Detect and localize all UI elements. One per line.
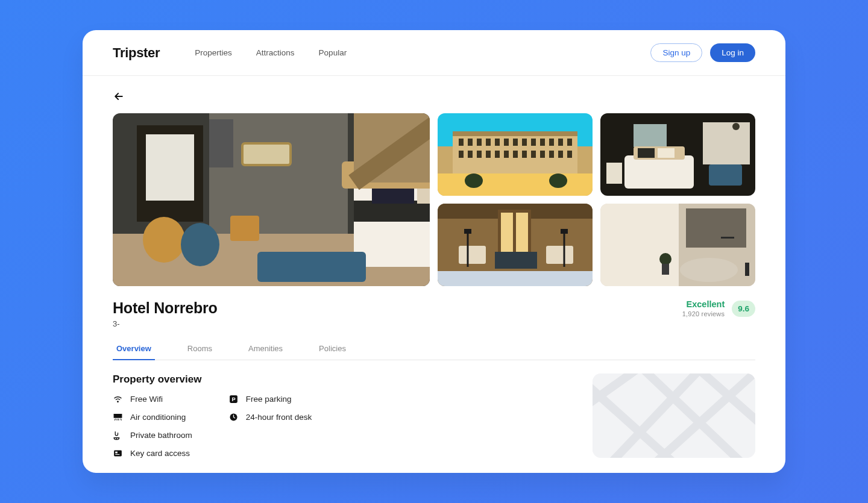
svg-rect-80 — [745, 263, 749, 276]
svg-rect-50 — [703, 122, 750, 164]
keycard-icon — [113, 448, 123, 458]
svg-rect-77 — [721, 237, 734, 239]
svg-rect-62 — [501, 213, 513, 252]
svg-rect-6 — [354, 201, 430, 222]
tab-rooms[interactable]: Rooms — [184, 344, 216, 360]
svg-rect-39 — [513, 151, 518, 158]
svg-rect-51 — [634, 124, 667, 147]
svg-rect-14 — [242, 143, 291, 165]
svg-rect-22 — [477, 139, 482, 146]
gallery-photo-main[interactable] — [113, 113, 430, 286]
amenity-label: 24-hour front desk — [246, 413, 312, 422]
svg-rect-31 — [558, 139, 563, 146]
tab-amenities[interactable]: Amenities — [245, 344, 286, 360]
tab-policies[interactable]: Policies — [315, 344, 350, 360]
amenity-label: Private bathroom — [130, 431, 192, 440]
svg-rect-65 — [546, 246, 573, 264]
svg-rect-37 — [495, 151, 500, 158]
svg-rect-71 — [561, 229, 568, 234]
parking-icon: P — [228, 394, 239, 404]
svg-rect-81 — [114, 451, 122, 457]
login-button[interactable]: Log in — [710, 43, 755, 62]
svg-rect-33 — [459, 151, 464, 158]
svg-point-12 — [181, 223, 219, 266]
svg-rect-46 — [438, 173, 593, 196]
svg-rect-56 — [606, 163, 622, 184]
main-nav: Properties Attractions Popular — [195, 48, 347, 57]
svg-rect-44 — [558, 151, 563, 158]
svg-rect-25 — [504, 139, 509, 146]
svg-rect-10 — [257, 252, 366, 282]
header: Tripster Properties Attractions Popular … — [83, 30, 785, 76]
amenity-label: Key card access — [130, 449, 190, 458]
svg-rect-4 — [146, 134, 194, 201]
photo-gallery — [113, 113, 755, 286]
svg-rect-28 — [531, 139, 536, 146]
amenity-ac: Air conditioning — [113, 412, 192, 422]
svg-rect-67 — [438, 271, 593, 286]
arrow-left-icon — [113, 90, 125, 102]
signup-button[interactable]: Sign up — [650, 43, 702, 62]
svg-rect-70 — [464, 229, 471, 234]
amenity-label: Free parking — [246, 395, 292, 404]
svg-rect-64 — [459, 246, 486, 264]
wifi-icon — [113, 394, 123, 404]
detail-tabs: Overview Rooms Amenities Policies — [113, 344, 755, 360]
svg-point-47 — [465, 173, 483, 188]
amenity-keycard: Key card access — [113, 448, 192, 458]
svg-rect-54 — [638, 148, 655, 158]
svg-rect-19 — [453, 131, 577, 136]
title-row: Hotel Norrebro 3- Excellent 1,920 review… — [113, 299, 755, 328]
back-button[interactable] — [113, 90, 125, 102]
gallery-photo-lobby[interactable] — [438, 204, 593, 286]
svg-rect-23 — [486, 139, 491, 146]
svg-rect-42 — [540, 151, 545, 158]
rating-reviews: 1,920 reviews — [682, 310, 725, 317]
ac-icon — [113, 412, 123, 422]
nav-properties[interactable]: Properties — [195, 48, 232, 57]
svg-rect-66 — [495, 252, 537, 269]
bathroom-icon — [113, 430, 123, 440]
svg-rect-79 — [662, 264, 669, 275]
amenity-frontdesk: 24-hour front desk — [228, 412, 312, 422]
amenity-bathroom: Private bathroom — [113, 430, 192, 440]
gallery-photo-bedroom[interactable] — [600, 113, 755, 196]
hotel-name: Hotel Norrebro — [113, 299, 218, 317]
svg-rect-83 — [115, 454, 119, 455]
location-map[interactable] — [593, 373, 755, 458]
svg-rect-34 — [468, 151, 473, 158]
svg-rect-15 — [209, 119, 233, 167]
svg-rect-13 — [230, 216, 259, 241]
svg-rect-21 — [468, 139, 473, 146]
svg-rect-36 — [486, 151, 491, 158]
svg-point-48 — [549, 173, 567, 188]
svg-point-11 — [143, 217, 185, 263]
svg-rect-82 — [115, 452, 118, 454]
svg-point-58 — [732, 123, 740, 130]
svg-rect-55 — [658, 148, 675, 158]
svg-rect-45 — [567, 151, 572, 158]
amenity-label: Air conditioning — [130, 413, 186, 422]
nav-popular[interactable]: Popular — [319, 48, 347, 57]
app-card: Tripster Properties Attractions Popular … — [83, 30, 785, 473]
hotel-subtitle: 3- — [113, 319, 218, 328]
rating-label: Excellent — [682, 299, 725, 309]
svg-text:P: P — [231, 396, 235, 402]
svg-rect-27 — [522, 139, 527, 146]
svg-rect-38 — [504, 151, 509, 158]
brand-logo: Tripster — [113, 45, 160, 61]
svg-rect-24 — [495, 139, 500, 146]
svg-rect-57 — [709, 164, 742, 186]
rating-score-badge: 9.6 — [732, 301, 755, 317]
svg-rect-30 — [549, 139, 554, 146]
overview-section: Property overview Free Wifi Air conditio… — [113, 373, 755, 458]
tab-overview[interactable]: Overview — [113, 344, 155, 360]
svg-rect-43 — [549, 151, 554, 158]
nav-attractions[interactable]: Attractions — [256, 48, 295, 57]
overview-title: Property overview — [113, 373, 312, 386]
svg-rect-63 — [516, 213, 528, 252]
svg-rect-20 — [459, 139, 464, 146]
gallery-photo-bathroom[interactable] — [600, 204, 755, 286]
gallery-photo-exterior[interactable] — [438, 113, 593, 196]
svg-rect-41 — [531, 151, 536, 158]
